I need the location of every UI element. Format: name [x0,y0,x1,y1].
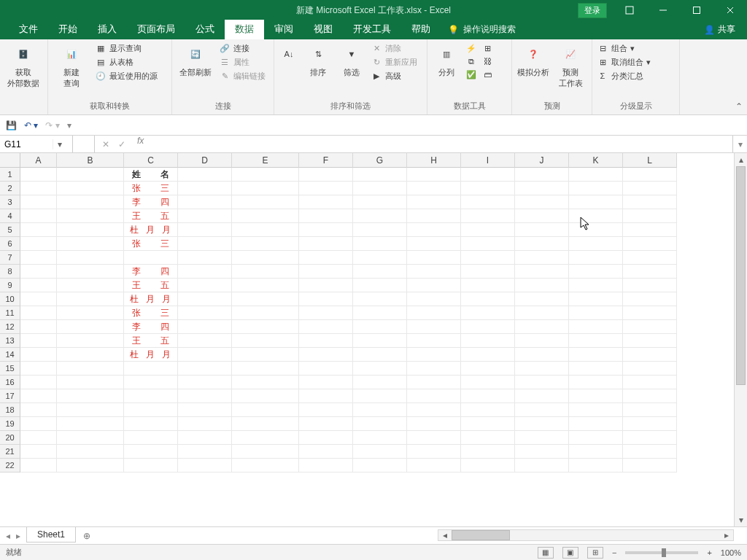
reapply-button[interactable]: ↻重新应用 [371,56,417,68]
row-header-17[interactable]: 17 [0,389,20,403]
cell-G13[interactable] [353,334,407,348]
cell-E17[interactable] [232,389,299,403]
cell-A22[interactable] [20,459,57,472]
name-box[interactable]: ▾ [0,136,73,152]
cell-E22[interactable] [232,459,299,472]
row-header-14[interactable]: 14 [0,348,20,362]
cell-B17[interactable] [57,389,124,403]
cell-E15[interactable] [232,362,299,376]
filter-button[interactable]: ▼筛选 [337,42,366,101]
cell-G8[interactable] [353,265,407,279]
scroll-up-button[interactable]: ▴ [735,153,747,166]
cell-F1[interactable] [299,168,353,182]
cell-I14[interactable] [461,348,515,362]
zoom-slider[interactable] [625,551,698,554]
cell-G1[interactable] [353,168,407,182]
cell-K16[interactable] [569,376,623,389]
cell-K11[interactable] [569,306,623,320]
close-button[interactable] [713,0,747,20]
formula-bar-input[interactable] [148,136,732,146]
cell-L16[interactable] [623,376,677,389]
cell-I12[interactable] [461,320,515,334]
cell-F21[interactable] [299,445,353,459]
cell-A16[interactable] [20,376,57,389]
cell-L9[interactable] [623,279,677,292]
cell-J11[interactable] [515,306,569,320]
cell-I20[interactable] [461,431,515,445]
cell-C17[interactable] [124,389,178,403]
cell-A12[interactable] [20,320,57,334]
zoom-slider-knob[interactable] [662,548,666,557]
cell-K5[interactable] [569,223,623,237]
vertical-scroll-thumb[interactable] [736,166,746,385]
row-header-19[interactable]: 19 [0,417,20,431]
cell-I21[interactable] [461,445,515,459]
cell-D21[interactable] [178,445,232,459]
from-table-button[interactable]: ▤从表格 [95,56,158,68]
cell-G11[interactable] [353,306,407,320]
collapse-ribbon-button[interactable]: ⌃ [735,101,743,112]
cell-D14[interactable] [178,348,232,362]
cell-H21[interactable] [407,445,461,459]
cell-D11[interactable] [178,306,232,320]
row-header-13[interactable]: 13 [0,334,20,348]
cell-C6[interactable]: 张 三 [124,237,178,251]
column-header-J[interactable]: J [515,153,569,168]
text-to-columns-button[interactable]: ▥分列 [432,42,461,101]
cell-H13[interactable] [407,334,461,348]
cell-I4[interactable] [461,209,515,223]
cell-E18[interactable] [232,403,299,417]
cell-L11[interactable] [623,306,677,320]
cell-D4[interactable] [178,209,232,223]
cell-L1[interactable] [623,168,677,182]
cell-F20[interactable] [299,431,353,445]
cell-H17[interactable] [407,389,461,403]
cell-D9[interactable] [178,279,232,292]
cell-A7[interactable] [20,251,57,265]
cell-I17[interactable] [461,389,515,403]
cell-A20[interactable] [20,431,57,445]
cell-D2[interactable] [178,182,232,195]
cell-D20[interactable] [178,431,232,445]
row-header-8[interactable]: 8 [0,265,20,279]
properties-button[interactable]: ☰属性 [219,56,266,68]
cell-H8[interactable] [407,265,461,279]
cell-F22[interactable] [299,459,353,472]
cancel-formula-button[interactable]: ✕ [102,139,109,149]
sort-asc-button[interactable]: A↓ [279,42,299,101]
row-header-7[interactable]: 7 [0,251,20,265]
cell-A19[interactable] [20,417,57,431]
cell-D10[interactable] [178,292,232,306]
cell-B22[interactable] [57,459,124,472]
name-box-input[interactable] [0,139,53,149]
cell-C4[interactable]: 王 五 [124,209,178,223]
cell-B5[interactable] [57,223,124,237]
cell-J19[interactable] [515,417,569,431]
cell-D12[interactable] [178,320,232,334]
cell-B15[interactable] [57,362,124,376]
cell-F17[interactable] [299,389,353,403]
cell-G2[interactable] [353,182,407,195]
cell-D1[interactable] [178,168,232,182]
cell-B12[interactable] [57,320,124,334]
refresh-all-button[interactable]: 🔄全部刷新 [177,42,214,101]
ribbon-tab-开始[interactable]: 开始 [48,20,88,39]
cell-J22[interactable] [515,459,569,472]
cell-I3[interactable] [461,195,515,209]
cell-C5[interactable]: 杜 月 月 [124,223,178,237]
cell-L4[interactable] [623,209,677,223]
cell-H9[interactable] [407,279,461,292]
cell-D22[interactable] [178,459,232,472]
cell-B6[interactable] [57,237,124,251]
cell-H2[interactable] [407,182,461,195]
cell-F5[interactable] [299,223,353,237]
cell-G21[interactable] [353,445,407,459]
cell-K21[interactable] [569,445,623,459]
cell-K13[interactable] [569,334,623,348]
cell-B18[interactable] [57,403,124,417]
cell-I1[interactable] [461,168,515,182]
new-query-button[interactable]: 📊新建 查询 [53,42,90,101]
manage-data-model-icon[interactable]: 🗃 [481,69,493,80]
zoom-level[interactable]: 100% [721,548,741,557]
cell-B1[interactable] [57,168,124,182]
